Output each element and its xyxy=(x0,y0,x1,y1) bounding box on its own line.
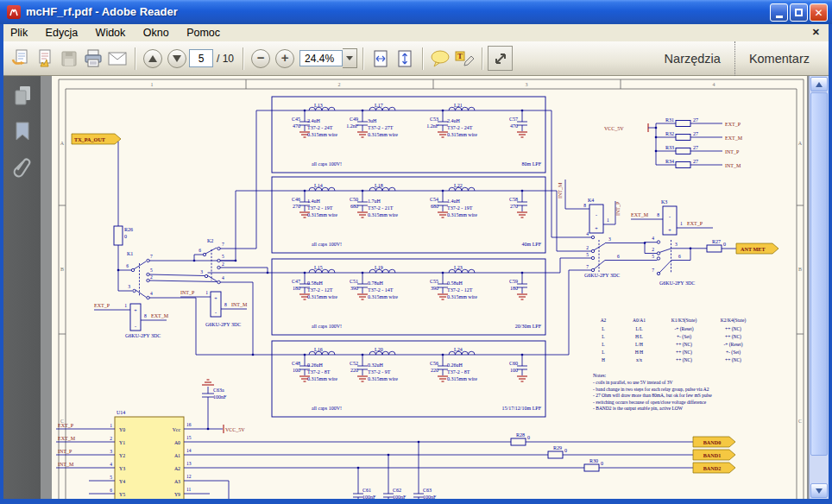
svg-text:G6KU-2FY 3DC: G6KU-2FY 3DC xyxy=(125,333,161,338)
create-pdf-button[interactable] xyxy=(34,45,56,72)
highlight-text-button[interactable]: T xyxy=(453,45,476,72)
fit-page-button[interactable] xyxy=(394,45,416,72)
svg-text:13: 13 xyxy=(186,461,192,466)
svg-text:-: - xyxy=(669,214,671,219)
svg-text:TX_PA_OUT: TX_PA_OUT xyxy=(74,136,106,142)
svg-text:EXT_M: EXT_M xyxy=(631,212,649,217)
svg-text:Y4: Y4 xyxy=(119,479,125,484)
svg-text:4: 4 xyxy=(110,462,112,467)
svg-text:++ (NC): ++ (NC) xyxy=(725,357,741,363)
svg-text:B: B xyxy=(60,267,64,272)
svg-text:EXT_M: EXT_M xyxy=(58,436,76,441)
save-button[interactable] xyxy=(58,45,80,72)
minimize-icon xyxy=(776,16,783,18)
svg-text:0.58uH: 0.58uH xyxy=(447,280,463,286)
print-button[interactable] xyxy=(82,45,104,72)
add-comment-button[interactable] xyxy=(429,45,451,72)
fullscreen-button[interactable] xyxy=(488,46,513,71)
svg-text:180: 180 xyxy=(510,286,518,291)
scroll-up-button[interactable] xyxy=(810,77,828,91)
vertical-scrollbar[interactable] xyxy=(809,76,829,499)
zoom-in-icon: + xyxy=(281,51,289,64)
svg-text:0: 0 xyxy=(723,242,726,247)
minimize-button[interactable] xyxy=(770,3,788,22)
next-page-button[interactable] xyxy=(166,45,188,72)
svg-text:2: 2 xyxy=(652,247,654,252)
menu-okno[interactable]: Okno xyxy=(136,24,176,41)
maximize-button[interactable] xyxy=(790,3,808,22)
svg-text:C63a: C63a xyxy=(213,387,224,393)
create-pdf-icon xyxy=(35,48,55,69)
svg-text:all caps 100V!: all caps 100V! xyxy=(312,242,342,247)
svg-text:ANT MET: ANT MET xyxy=(741,246,766,252)
tools-panel-button[interactable]: Narzędzia xyxy=(651,41,734,76)
svg-text:11: 11 xyxy=(186,487,192,492)
svg-text:0: 0 xyxy=(124,234,127,239)
document-view[interactable]: 1 2 3 4 A B C A B C TX_PA_OUT R26 0 xyxy=(41,76,809,499)
scrollbar-thumb[interactable] xyxy=(810,92,828,456)
svg-text:T37-2 - 24T: T37-2 - 24T xyxy=(447,125,473,130)
zoom-level-field[interactable]: 24.4% xyxy=(299,50,343,66)
menu-widok[interactable]: Widok xyxy=(89,24,133,41)
menu-edycja[interactable]: Edycja xyxy=(39,24,85,41)
svg-text:5: 5 xyxy=(652,254,654,259)
svg-text:0: 0 xyxy=(527,435,530,440)
comment-panel-button[interactable]: Komentarz xyxy=(734,41,823,76)
svg-text:H/H: H/H xyxy=(635,350,644,355)
print-icon xyxy=(83,48,104,69)
svg-text:-+ (Reset): -+ (Reset) xyxy=(674,326,693,332)
zoom-dropdown-button[interactable] xyxy=(343,48,357,68)
menu-plik[interactable]: Plik xyxy=(3,24,35,41)
open-file-button[interactable] xyxy=(9,45,32,72)
svg-text:3: 3 xyxy=(200,269,203,274)
previous-page-button[interactable] xyxy=(142,45,164,72)
bookmarks-icon[interactable] xyxy=(12,121,33,142)
close-document-icon[interactable]: ✕ xyxy=(812,27,820,38)
svg-text:220: 220 xyxy=(350,368,358,373)
scroll-down-button[interactable] xyxy=(810,483,828,498)
attachments-icon[interactable] xyxy=(12,155,33,181)
close-button[interactable]: ✕ xyxy=(810,3,828,22)
svg-text:40m LPF: 40m LPF xyxy=(521,242,541,247)
svg-text:16: 16 xyxy=(186,422,192,427)
svg-text:7: 7 xyxy=(222,242,224,247)
svg-text:INT_M: INT_M xyxy=(725,163,741,168)
navigation-sidebar xyxy=(3,76,41,499)
svg-text:C60: C60 xyxy=(509,361,518,366)
svg-text:5: 5 xyxy=(110,475,112,480)
title-bar[interactable]: mcHF_rf.pdf - Adobe Reader ✕ xyxy=(0,0,832,24)
page-separator: / xyxy=(217,53,219,65)
svg-text:4: 4 xyxy=(713,82,715,87)
fit-width-button[interactable] xyxy=(369,45,392,72)
svg-text:27: 27 xyxy=(693,131,698,136)
toolbar-separator xyxy=(482,47,482,70)
scroll-up-icon xyxy=(816,82,823,87)
svg-text:0: 0 xyxy=(564,448,567,453)
svg-text:R29: R29 xyxy=(553,445,562,450)
svg-text:INT_M: INT_M xyxy=(558,182,563,198)
svg-text:470: 470 xyxy=(293,123,300,129)
svg-text:- BAND2 is the output enable p: - BAND2 is the output enable pin, active… xyxy=(593,406,684,411)
svg-text:2: 2 xyxy=(586,245,589,250)
open-file-icon xyxy=(10,48,31,69)
svg-text:L/L: L/L xyxy=(635,326,643,331)
email-button[interactable] xyxy=(106,45,129,72)
svg-text:27: 27 xyxy=(693,159,698,164)
svg-text:T37-2 - 27T: T37-2 - 27T xyxy=(368,125,394,130)
adobe-reader-window: mcHF_rf.pdf - Adobe Reader ✕ Plik Edycja… xyxy=(0,0,832,504)
zoom-out-button[interactable]: − xyxy=(249,45,272,72)
page-thumbnails-icon[interactable] xyxy=(12,85,33,107)
svg-text:3uH: 3uH xyxy=(368,118,377,123)
svg-text:++ (NC): ++ (NC) xyxy=(676,357,692,363)
menu-pomoc[interactable]: Pomoc xyxy=(180,24,227,41)
svg-text:- switching occurs because of: - switching occurs because of open/close… xyxy=(593,400,707,405)
svg-text:0.315mm wire: 0.315mm wire xyxy=(368,132,398,137)
close-icon: ✕ xyxy=(814,8,823,18)
svg-text:++ (NC): ++ (NC) xyxy=(725,326,741,332)
svg-text:8: 8 xyxy=(224,302,227,307)
zoom-in-button[interactable]: + xyxy=(274,45,296,72)
svg-text:3: 3 xyxy=(128,284,130,289)
page-number-input[interactable] xyxy=(189,49,213,67)
svg-text:R34: R34 xyxy=(665,159,674,164)
svg-text:6: 6 xyxy=(110,488,112,493)
